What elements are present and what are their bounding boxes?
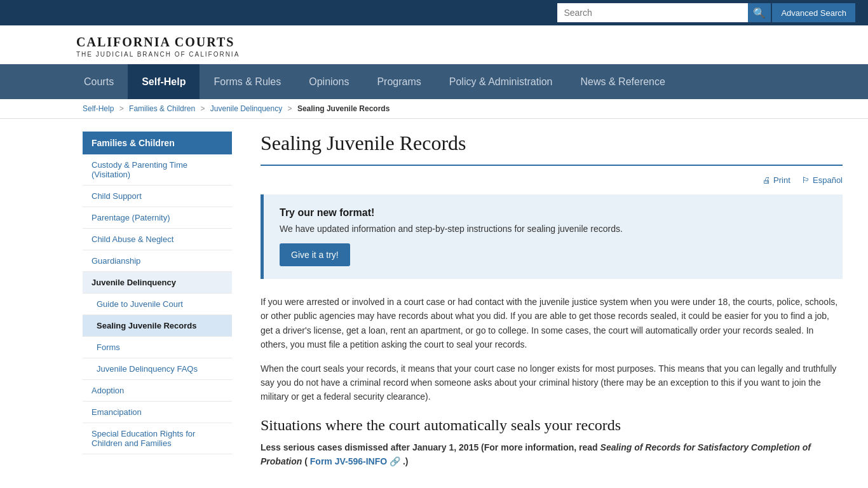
site-title: California Courts <box>76 35 855 50</box>
subsection-end: .) <box>403 456 409 466</box>
sidebar-guide-juvenile[interactable]: Guide to Juvenile Court <box>83 294 232 315</box>
page-title: Sealing Juvenile Records <box>261 132 843 155</box>
form-link[interactable]: Form JV-596-INFO <box>310 456 387 466</box>
subsection-bold: Less serious cases dismissed after Janua… <box>261 442 811 466</box>
content-divider <box>261 165 843 166</box>
espanol-label: Español <box>813 175 843 185</box>
sidebar-faqs[interactable]: Juvenile Delinquency FAQs <box>83 358 232 380</box>
breadcrumb-families[interactable]: Families & Children <box>129 104 195 113</box>
breadcrumb-juvenile[interactable]: Juvenile Delinquency <box>210 104 282 113</box>
breadcrumb-current: Sealing Juvenile Records <box>297 104 390 113</box>
main-nav: Courts Self-Help Forms & Rules Opinions … <box>0 64 868 99</box>
body-paragraph-1: If you were arrested or involved in a co… <box>261 295 843 352</box>
nav-forms-rules[interactable]: Forms & Rules <box>200 64 295 99</box>
sidebar-emancipation[interactable]: Emancipation <box>83 402 232 423</box>
main-content: Sealing Juvenile Records 🖨 Print 🏳 Españ… <box>241 119 855 488</box>
sidebar-forms[interactable]: Forms <box>83 337 232 358</box>
sidebar-adoption[interactable]: Adoption <box>83 380 232 402</box>
site-subtitle: The Judicial Branch of California <box>76 51 855 58</box>
advanced-search-button[interactable]: Advanced Search <box>772 3 855 22</box>
sidebar-juvenile-delinquency[interactable]: Juvenile Delinquency <box>83 272 232 294</box>
sidebar-section-title[interactable]: Families & Children <box>83 132 232 154</box>
subsection-paren-open: ( <box>304 456 308 466</box>
site-header: California Courts The Judicial Branch of… <box>0 25 868 64</box>
breadcrumb-sep3: > <box>288 104 292 113</box>
breadcrumb: Self-Help > Families & Children > Juveni… <box>0 99 868 119</box>
search-input[interactable] <box>557 3 748 22</box>
external-icon: 🔗 <box>390 456 400 466</box>
nav-policy-admin[interactable]: Policy & Administration <box>435 64 567 99</box>
sidebar-guardianship[interactable]: Guardianship <box>83 250 232 272</box>
flag-icon: 🏳 <box>802 175 810 185</box>
nav-news-reference[interactable]: News & Reference <box>567 64 679 99</box>
print-link[interactable]: 🖨 Print <box>763 175 792 185</box>
nav-opinions[interactable]: Opinions <box>295 64 363 99</box>
try-button[interactable]: Give it a try! <box>280 243 350 266</box>
section-heading: Situations where the court automatically… <box>261 417 843 434</box>
body-paragraph-2: When the court seals your records, it me… <box>261 362 843 404</box>
subsection-label: Less serious cases dismissed after Janua… <box>261 442 600 452</box>
utility-links: 🖨 Print 🏳 Español <box>261 175 843 185</box>
sidebar-parentage[interactable]: Parentage (Paternity) <box>83 207 232 229</box>
sidebar-sealing-records[interactable]: Sealing Juvenile Records <box>83 315 232 337</box>
breadcrumb-sep1: > <box>119 104 124 113</box>
espanol-link[interactable]: 🏳 Español <box>802 175 843 185</box>
sidebar-child-support[interactable]: Child Support <box>83 186 232 207</box>
sidebar-special-education[interactable]: Special Education Rights for Children an… <box>83 423 232 454</box>
breadcrumb-selfhelp[interactable]: Self-Help <box>83 104 114 113</box>
nav-programs[interactable]: Programs <box>363 64 435 99</box>
print-label: Print <box>773 175 790 185</box>
sidebar-child-abuse[interactable]: Child Abuse & Neglect <box>83 229 232 250</box>
nav-courts[interactable]: Courts <box>70 64 128 99</box>
print-icon: 🖨 <box>763 175 771 185</box>
info-box: Try our new format! We have updated info… <box>261 194 843 279</box>
info-box-title: Try our new format! <box>280 207 827 219</box>
content-wrapper: Families & Children Custody & Parenting … <box>0 119 868 488</box>
breadcrumb-sep2: > <box>200 104 205 113</box>
search-icon: 🔍 <box>753 7 766 19</box>
sidebar-custody[interactable]: Custody & Parenting Time (Visitation) <box>83 154 232 186</box>
sidebar: Families & Children Custody & Parenting … <box>83 119 241 488</box>
info-box-text: We have updated information and step-by-… <box>280 224 827 234</box>
subsection-text: Less serious cases dismissed after Janua… <box>261 440 843 469</box>
nav-self-help[interactable]: Self-Help <box>128 64 200 99</box>
search-form: 🔍 Advanced Search <box>557 3 855 22</box>
search-button[interactable]: 🔍 <box>748 3 771 22</box>
top-bar: 🔍 Advanced Search <box>0 0 868 25</box>
